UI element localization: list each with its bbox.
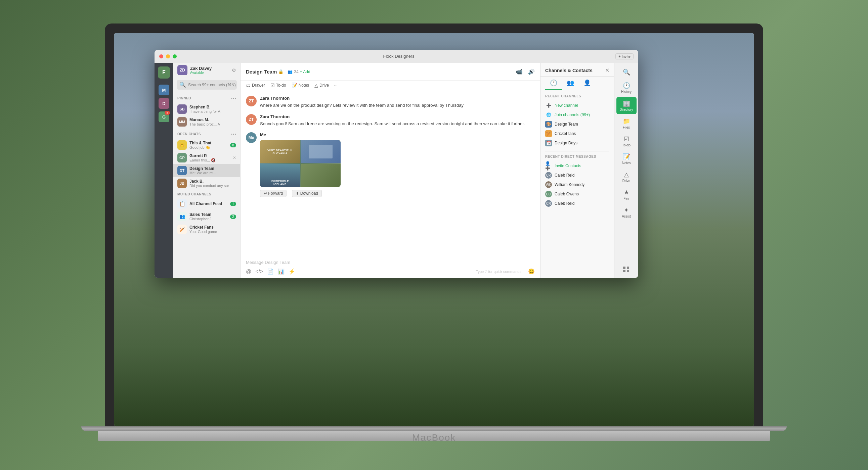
settings-icon[interactable]: ⚙ — [232, 67, 236, 73]
user-avatar: ZD — [177, 65, 187, 75]
frb-drive[interactable]: △ Drive — [616, 168, 637, 185]
chart-icon[interactable]: 📊 — [278, 268, 284, 275]
files-icon: 📁 — [623, 118, 630, 125]
file-icon[interactable]: 📄 — [267, 268, 274, 275]
lock-icon: 🔒 — [278, 69, 283, 74]
files-label: Files — [623, 126, 630, 129]
macbook-base: MacBook — [98, 431, 770, 441]
chat-header: Design Team 🔒 👥 34 + Add 📹 — [241, 63, 540, 80]
rp-invite-contacts[interactable]: 👤➕ Invite Contacts — [545, 161, 609, 171]
chat-item-jackb[interactable]: JB Jack B. Did you conduct any sur — [173, 177, 240, 190]
open-chats-section-label: OPEN CHATS ⋯ — [173, 128, 240, 139]
open-chats-options-icon[interactable]: ⋯ — [231, 131, 237, 137]
rp-design-team[interactable]: 🎨 Design Team — [545, 120, 609, 129]
emoji-icon[interactable]: 😊 — [528, 268, 535, 275]
user-status: Available — [190, 71, 229, 74]
app-body: F M D G 8 — [155, 63, 638, 278]
close-garrett-icon[interactable]: ✕ — [233, 156, 236, 160]
video-call-icon[interactable]: 📹 — [516, 68, 523, 75]
toolbar-notes[interactable]: 📝 Notes — [291, 82, 309, 88]
rp-new-channel[interactable]: ➕ New channel — [545, 101, 609, 110]
chat-item-salesteam[interactable]: 👥 Sales Team Christopher J. 2 — [173, 210, 240, 223]
toolbar-drive[interactable]: △ Drive — [314, 82, 329, 88]
audio-call-icon[interactable]: 🔊 — [528, 68, 535, 75]
notes-icon: 📝 — [623, 153, 630, 161]
code-icon[interactable]: </> — [255, 269, 263, 275]
frb-todo[interactable]: ☑ To-do — [616, 133, 637, 150]
tab-groups[interactable]: 👥 — [562, 76, 579, 90]
toolbar-todo[interactable]: ☑ To-do — [271, 82, 286, 88]
contacts-sidebar: ZD Zak Davey Available ⚙ 🔍 + — [173, 63, 241, 278]
message-input[interactable] — [246, 259, 535, 266]
at-icon[interactable]: @ — [246, 269, 251, 275]
chat-item-stephen[interactable]: SB Stephen B. I have a thing for A — [173, 103, 240, 115]
icon-allchannel: 📋 — [177, 199, 187, 208]
frb-notes[interactable]: 📝 Notes — [616, 150, 637, 168]
tab-contacts[interactable]: 👤 — [579, 76, 596, 90]
invite-button[interactable]: + Invite — [615, 54, 633, 59]
icon-sidebar: F M D G 8 — [155, 63, 173, 278]
fav-label: Fav — [623, 197, 629, 200]
notes-label: Notes — [622, 161, 630, 165]
rp-design-days[interactable]: 📅 Design Days — [545, 138, 609, 148]
sidebar-item-d[interactable]: D — [158, 97, 170, 109]
screen-bezel: Flock Designers + Invite F M D — [105, 24, 763, 426]
sidebar-item-m[interactable]: M — [158, 84, 170, 96]
directory-label: Directory — [619, 108, 633, 111]
right-panel-tabs: 🕐 👥 👤 — [540, 76, 614, 90]
rp-caleb-owens[interactable]: CO Caleb Owens — [545, 189, 609, 199]
frb-history[interactable]: 🕐 History — [616, 79, 637, 96]
frb-fav[interactable]: ★ Fav — [616, 186, 637, 203]
rp-caleb-reid-2[interactable]: CR Caleb Reid — [545, 199, 609, 208]
macbook-hinge — [81, 426, 787, 431]
avatar-me: Me — [246, 132, 257, 143]
rp-cricket-fans[interactable]: 🏏 Cricket fans — [545, 129, 609, 138]
rp-join-channels[interactable]: 🌐 Join channels (99+) — [545, 110, 609, 120]
chat-item-designteam[interactable]: DT Design Team Me: We are re... — [173, 164, 240, 177]
icon-cricketfans: 🏏 — [177, 225, 187, 234]
frb-directory[interactable]: 🏢 Directory — [616, 97, 637, 114]
app-window: Flock Designers + Invite F M D — [155, 50, 638, 278]
user-info: Zak Davey Available — [190, 66, 229, 74]
tab-recent[interactable]: 🕐 — [545, 76, 562, 90]
download-button[interactable]: ⬇ Download — [292, 190, 322, 197]
toolbar-drawer[interactable]: 🗂 Drawer — [246, 82, 265, 88]
right-panel-header: Channels & Contacts ✕ — [540, 63, 614, 76]
sidebar-item-g[interactable]: G 8 — [158, 111, 170, 123]
chat-item-thisandthat[interactable]: 😊 This & That Good job 👏 8 — [173, 139, 240, 152]
frb-search[interactable]: 🔍 — [616, 66, 637, 78]
frb-assist[interactable]: ✦ Assist — [616, 204, 637, 221]
frb-files[interactable]: 📁 Files — [616, 115, 637, 132]
toolbar-more[interactable]: ··· — [334, 83, 338, 88]
fullscreen-traffic-light[interactable] — [173, 55, 177, 59]
chat-item-cricketfans[interactable]: 🏏 Cricket Fans You: Good game — [173, 223, 240, 236]
history-icon: 🕐 — [623, 82, 630, 89]
img-cell-2 — [301, 140, 341, 163]
forward-button[interactable]: ↩ Forward — [260, 190, 286, 197]
avatar-zara2: ZT — [246, 114, 257, 125]
rp-william-kennedy[interactable]: WK William Kennedy — [545, 180, 609, 189]
todo-icon: ☑ — [624, 135, 629, 143]
macbook-label: MacBook — [98, 431, 770, 443]
icon-salesteam: 👥 — [177, 212, 187, 221]
message-input-area: @ </> 📄 📊 ⚡ Type '/' for quick commands … — [241, 255, 540, 278]
lightning-icon[interactable]: ⚡ — [288, 268, 295, 275]
close-right-panel-button[interactable]: ✕ — [605, 67, 609, 73]
add-members-link[interactable]: + Add — [300, 69, 310, 74]
search-input[interactable] — [188, 82, 239, 87]
macbook-outer: Flock Designers + Invite F M D — [105, 24, 763, 446]
badge-salesteam: 2 — [230, 214, 236, 219]
user-row: ZD Zak Davey Available ⚙ — [173, 63, 240, 77]
rp-caleb-reid-1[interactable]: CR Caleb Reid — [545, 171, 609, 180]
grid-menu-icon[interactable] — [616, 263, 637, 275]
chat-item-marcus[interactable]: MM Marcus M. The basic proc... A — [173, 115, 240, 128]
muted-channels-section-label: MUTED CHANNELS — [173, 190, 240, 197]
chat-item-garrett[interactable]: GP Garrett P. Earlier this... 🔇 ✕ — [173, 152, 240, 164]
search-bar[interactable]: 🔍 + — [177, 80, 237, 90]
close-traffic-light[interactable] — [159, 55, 163, 59]
chat-item-allchannel[interactable]: 📋 All Channel Feed 1 — [173, 197, 240, 210]
img-cell-4 — [301, 164, 341, 187]
minimize-traffic-light[interactable] — [166, 55, 170, 59]
pinned-options-icon[interactable]: ⋯ — [231, 95, 237, 101]
workspace-avatar[interactable]: F — [158, 66, 170, 78]
